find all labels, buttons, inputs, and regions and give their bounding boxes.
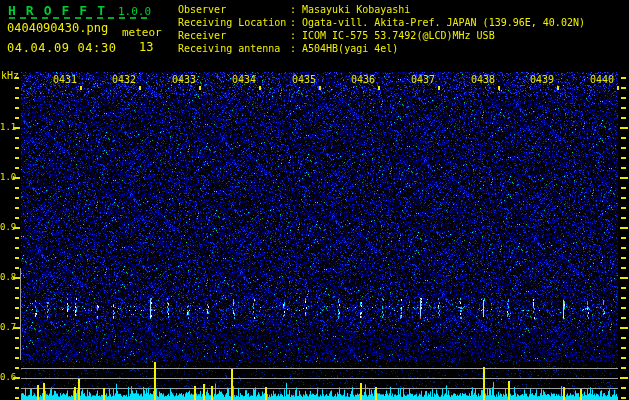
info-value: A504HB(yagi 4el)	[302, 42, 398, 55]
freq-axis-label: 0.8	[0, 272, 13, 282]
time-axis-label: 0440	[568, 74, 614, 85]
freq-axis-label: 1.1	[0, 122, 13, 132]
info-colon: :	[290, 42, 302, 55]
info-row: Receiving Location:Ogata-vill. Akita-Pre…	[178, 16, 585, 29]
spectrogram-canvas	[0, 0, 629, 400]
info-colon: :	[290, 16, 302, 29]
time-axis-label: 0431	[31, 74, 77, 85]
time-axis-label: 0439	[508, 74, 554, 85]
datetime-label: 04.04.09 04:30	[7, 41, 117, 55]
time-axis-label: 0437	[389, 74, 435, 85]
info-label: Receiving Location	[178, 16, 290, 29]
freq-axis-label: 0.9	[0, 222, 13, 232]
info-row: Receiving antenna:A504HB(yagi 4el)	[178, 42, 585, 55]
mode-label: meteor	[122, 26, 162, 39]
meteor-count: 13	[139, 40, 153, 54]
info-label: Receiver	[178, 29, 290, 42]
info-value: Masayuki Kobayashi	[302, 3, 410, 16]
time-axis-label: 0432	[90, 74, 136, 85]
freq-unit-label: kHz	[1, 70, 19, 81]
freq-axis-label: 1.0	[0, 172, 13, 182]
time-axis-label: 0436	[329, 74, 375, 85]
freq-axis-label: 0.6	[0, 372, 13, 382]
title-underline	[9, 17, 147, 19]
time-axis-label: 0435	[270, 74, 316, 85]
info-value: ICOM IC-575 53.7492(@LCD)MHz USB	[302, 29, 495, 42]
info-label: Observer	[178, 3, 290, 16]
time-axis-label: 0438	[449, 74, 495, 85]
info-label: Receiving antenna	[178, 42, 290, 55]
info-row: Observer:Masayuki Kobayashi	[178, 3, 585, 16]
info-value: Ogata-vill. Akita-Pref. JAPAN (139.96E, …	[302, 16, 585, 29]
info-row: Receiver:ICOM IC-575 53.7492(@LCD)MHz US…	[178, 29, 585, 42]
time-axis-label: 0434	[210, 74, 256, 85]
info-colon: :	[290, 3, 302, 16]
station-info: Observer:Masayuki KobayashiReceiving Loc…	[178, 3, 585, 55]
time-axis-label: 0433	[150, 74, 196, 85]
app-title: HROFFT	[8, 3, 115, 18]
hrofft-screenshot: HROFFT 1.0.0 0404090430.png meteor 04.04…	[0, 0, 629, 400]
output-filename: 0404090430.png	[7, 21, 108, 35]
info-colon: :	[290, 29, 302, 42]
freq-axis-label: 0.7	[0, 322, 13, 332]
